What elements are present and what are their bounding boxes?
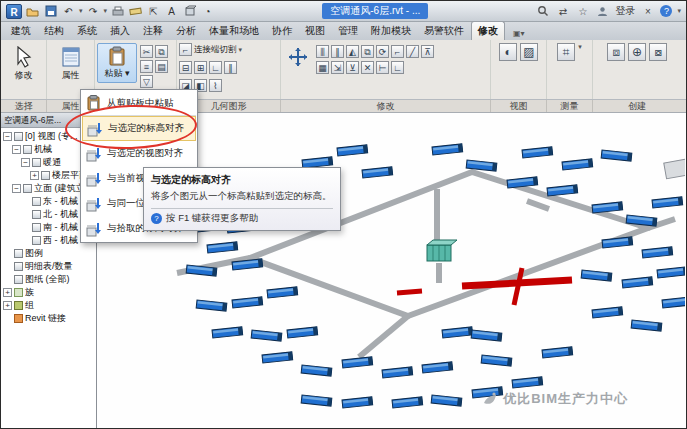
offset-icon[interactable]: ∥	[331, 45, 344, 58]
exchange-icon[interactable]: ⇄	[555, 4, 570, 18]
paste-button[interactable]: 粘贴 ▾	[97, 43, 137, 83]
favorites-star-icon[interactable]: ☆	[575, 4, 590, 18]
panel-label-measure[interactable]: 测量	[547, 100, 593, 112]
join-end-cut-button[interactable]: ⌐ 连接端切割 ▾	[179, 43, 242, 56]
tree-item-label: 组	[25, 299, 34, 312]
extend-icon[interactable]: ⊢	[376, 61, 389, 74]
menu-item-从剪贴板中粘贴[interactable]: 从剪贴板中粘贴	[82, 91, 196, 116]
tab-overflow-icon[interactable]: ▣▾	[509, 27, 529, 40]
unpin-icon[interactable]: ⊻	[346, 61, 359, 74]
view-icon	[32, 210, 41, 219]
tab-插入[interactable]: 插入	[104, 22, 136, 40]
rotate-icon[interactable]: ⟳	[376, 45, 389, 58]
cut-icon[interactable]: ✂	[140, 45, 153, 58]
expander-icon[interactable]: −	[21, 158, 30, 167]
create-group-icon[interactable]: ⧈	[607, 43, 625, 61]
aligned-dimension-icon[interactable]: ⇱	[146, 4, 161, 18]
pin-icon[interactable]: ⊼	[421, 45, 434, 58]
tab-注释[interactable]: 注释	[137, 22, 169, 40]
expander-icon[interactable]: +	[30, 171, 39, 180]
move-button[interactable]	[283, 43, 313, 71]
copy-icon[interactable]: ⧉	[361, 45, 374, 58]
expander-icon[interactable]: +	[3, 288, 12, 297]
array-icon[interactable]: ▦	[316, 61, 329, 74]
split-icon[interactable]: ╱	[406, 45, 419, 58]
open-icon[interactable]	[25, 4, 40, 18]
tree-item-Revit 链接[interactable]: Revit 链接	[1, 312, 96, 325]
tree-item-label: 机械	[34, 143, 52, 156]
section-icon[interactable]: ◔	[200, 4, 215, 18]
wall-joins-icon[interactable]: ∟	[209, 61, 222, 74]
scale-icon[interactable]: ⇲	[331, 61, 344, 74]
tooltip-footer: 按 F1 键获得更多帮助	[166, 212, 258, 225]
panel-label-create[interactable]: 创建	[593, 100, 681, 112]
legend-icon	[14, 249, 23, 258]
cut-geometry-icon[interactable]: ⊟	[179, 61, 192, 74]
expander-icon[interactable]: −	[12, 145, 21, 154]
align-icon[interactable]: ⫼	[316, 45, 329, 58]
tab-建筑[interactable]: 建筑	[5, 22, 37, 40]
3d-view-icon[interactable]	[182, 4, 197, 18]
type-properties-icon[interactable]: ▤	[155, 60, 168, 73]
expander-icon[interactable]: −	[3, 132, 12, 141]
tab-分析[interactable]: 分析	[170, 22, 202, 40]
text-icon[interactable]: A	[164, 4, 179, 18]
app-menu-button[interactable]: R	[6, 4, 22, 19]
tree-item-图纸 (全部)[interactable]: 图纸 (全部)	[1, 273, 96, 286]
filter-icon[interactable]: ▽	[140, 75, 153, 88]
demolish-icon[interactable]: ⌇	[209, 79, 222, 92]
tab-视图[interactable]: 视图	[299, 22, 331, 40]
redo-icon[interactable]: ↷	[86, 4, 101, 18]
expander-icon[interactable]: −	[12, 184, 21, 193]
help-dropdown-icon[interactable]: ▾	[677, 7, 681, 15]
match-type-icon[interactable]: ≡	[140, 60, 153, 73]
tab-结构[interactable]: 结构	[38, 22, 70, 40]
user-icon[interactable]	[595, 4, 610, 18]
hide-element-icon[interactable]: ◐	[499, 43, 517, 61]
panel-label-select[interactable]: 选择	[1, 100, 47, 112]
tab-协作[interactable]: 协作	[266, 22, 298, 40]
menu-item-与选定的标高对齐[interactable]: 与选定的标高对齐	[82, 116, 196, 141]
menu-item-与选定的视图对齐[interactable]: 与选定的视图对齐	[82, 141, 196, 166]
delete-icon[interactable]: ✕	[361, 61, 374, 74]
tab-系统[interactable]: 系统	[71, 22, 103, 40]
measure-ruler-icon[interactable]: ⌗	[557, 43, 575, 61]
tab-修改[interactable]: 修改	[471, 21, 505, 40]
red-ducts	[397, 268, 572, 305]
print-icon[interactable]	[110, 4, 125, 18]
create-similar-icon[interactable]: ⊕	[628, 43, 646, 61]
tree-item-族[interactable]: +族	[1, 286, 96, 299]
properties-button[interactable]: 属性	[51, 43, 91, 85]
panel-label-modify[interactable]: 修改	[281, 100, 491, 112]
measure-icon[interactable]	[128, 4, 143, 18]
undo-dropdown-icon[interactable]: ▾	[79, 7, 83, 15]
tree-item-组[interactable]: +组	[1, 299, 96, 312]
tab-易警软件[interactable]: 易警软件	[418, 22, 470, 40]
modify-arrow-button[interactable]: 修改	[4, 43, 44, 85]
join-geometry-icon[interactable]: ⊞	[194, 61, 207, 74]
measure-dropdown-icon[interactable]: ▾	[578, 43, 582, 51]
beam-joins-icon[interactable]: ∥	[224, 61, 237, 74]
undo-icon[interactable]: ↶	[61, 4, 76, 18]
tab-管理[interactable]: 管理	[332, 22, 364, 40]
search-icon[interactable]	[535, 4, 550, 18]
copy-to-clipboard-icon[interactable]: ⧉	[155, 45, 168, 58]
expander-spacer	[21, 223, 30, 232]
mirror-icon[interactable]: ◭	[346, 45, 359, 58]
tree-item-明细表/数量[interactable]: 明细表/数量	[1, 260, 96, 273]
panel-label-view[interactable]: 视图	[491, 100, 547, 112]
help-icon[interactable]: ?	[660, 5, 672, 17]
override-graphics-icon[interactable]: ▨	[520, 43, 538, 61]
redo-dropdown-icon[interactable]: ▾	[104, 7, 108, 15]
close-icon[interactable]: ×	[640, 4, 655, 18]
login-button[interactable]: 登录	[615, 4, 635, 18]
expander-icon[interactable]: +	[3, 301, 12, 310]
trim-icon[interactable]: ⌐	[391, 45, 404, 58]
tree-item-图例[interactable]: 图例	[1, 247, 96, 260]
tab-体量和场地[interactable]: 体量和场地	[203, 22, 265, 40]
corner-icon[interactable]: ∟	[391, 61, 404, 74]
tab-附加模块[interactable]: 附加模块	[365, 22, 417, 40]
save-icon[interactable]	[43, 4, 58, 18]
create-assembly-icon[interactable]: ⧇	[649, 43, 667, 61]
window-title: 空调通风-6层.rvt - ...	[322, 3, 428, 19]
